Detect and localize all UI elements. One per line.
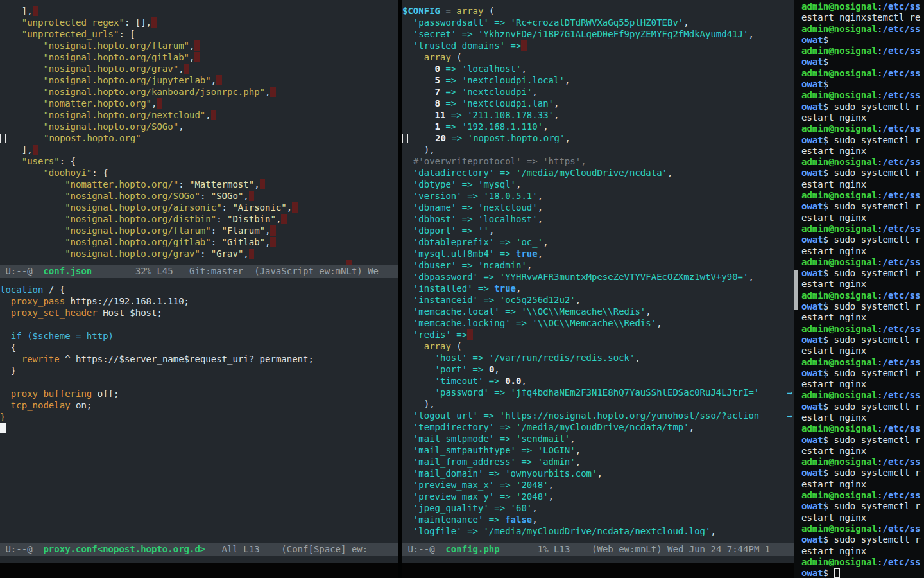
code-line: if ($scheme = http) [0,330,398,342]
code-token: "nosignal.hopto.org/jupyterlab" [0,75,211,85]
code-token: , [565,75,570,85]
code-token: $ sudo systemctl r [823,168,921,178]
prompt-path: owat [801,435,823,445]
editor-window-conf-json[interactable]: ], "unprotected_regex": [], "unprotected… [0,0,398,270]
code-token: : [ [119,29,135,39]
code-token: "Gitlab" [222,237,265,247]
code-token: , [178,121,184,132]
code-token: , [710,526,715,536]
code-line: "doohoyi": { [0,167,398,179]
code-token: , [178,64,184,74]
code-line: 'preview_max_x' => '2048', [402,479,794,491]
code-token: , [576,457,581,467]
code-token [402,514,413,525]
code-line: "nomatter.hopto.org/": "Mattermost", [0,179,398,190]
trailing-whitespace-marker [292,202,297,213]
code-line: owat$ sudo systemctl r [801,234,924,245]
code-token [402,121,435,132]
editor-window-proxy-conf[interactable]: location / { proxy_pass https://192.168.… [0,278,398,548]
prompt-path: /etc/ss [882,557,920,567]
code-line: ], [0,5,398,17]
trailing-whitespace-marker [151,17,157,28]
code-token: : [211,237,222,247]
code-token: 'dbport' => '' [413,225,489,236]
code-line: "nosignal.hopto.org/kanboard/jsonrpc.php… [0,86,398,98]
code-token: , [287,202,292,213]
code-token: , [667,168,672,178]
cursor-hollow [0,134,6,143]
trailing-whitespace-marker [260,179,265,189]
code-token [402,272,413,282]
code-line: 20 => 'nopost.hopto.org', [402,132,794,144]
prompt-path: /etc/ss [882,390,920,400]
prompt-path: owat [801,201,823,211]
code-line: estart nginx [801,412,924,423]
code-token: $ sudo systemctl r [823,301,921,311]
code-token: ], [0,6,33,16]
code-line: estart nginxstemctl re [801,12,924,23]
code-line: "nosignal.hopto.org/grav", [0,63,398,74]
code-token: ], [0,144,33,155]
code-line [0,376,398,388]
terminal-pane[interactable]: admin@nosignal:/etc/ssestart nginxstemct… [794,0,924,578]
prompt-path: /etc/ss [882,46,920,56]
code-token: , [689,422,694,432]
code-token [402,237,413,247]
prompt-user-host: admin@nosignal [801,290,877,301]
code-token: 'version' => '18.0.5.1' [413,191,538,201]
code-line: 'instanceid' => 'oc5q256d12u2', [402,294,794,306]
code-line: 11 => '211.108.178.33', [402,109,794,121]
code-token: on; [71,400,92,410]
code-line: #'overwriteprotocol' => 'https', [402,155,794,167]
code-token [402,225,413,236]
code-token [402,306,413,317]
code-token: $ sudo systemctl r [823,501,921,511]
code-token: estart nginx [801,213,866,223]
code-token: $ sudo systemctl r [823,368,921,378]
code-line: } [0,411,398,423]
emacs-pane-middle[interactable]: $CONFIG = array ( 'passwordsalt' => 'Rc+… [402,0,794,578]
code-token: / { [43,285,65,295]
code-token: , [494,364,499,374]
code-token: estart nginx [801,346,866,356]
editor-window-config-php[interactable]: $CONFIG = array ( 'passwordsalt' => 'Rc+… [402,0,794,548]
prompt-user-host: admin@nosignal [801,423,877,434]
code-token: : [222,202,233,213]
code-token: , [205,110,210,120]
code-token [402,329,413,340]
code-line: { [0,342,398,353]
code-line: 'host' => '/var/run/redis/redis.sock', [402,352,794,363]
code-token: "nopost.hopto.org" [6,133,141,143]
code-line: 1 => '192.168.1.110', [402,121,794,132]
code-token: 'host' => '/var/run/redis/redis.sock' [435,353,635,363]
code-token: if ($scheme = http) [0,331,114,341]
code-token [402,29,413,39]
code-line: 'dbuser' => 'ncadmin', [402,259,794,271]
code-line: 'mysql.utf8mb4' => true, [402,248,794,259]
code-token: #'overwriteprotocol' => 'https', [402,156,586,166]
code-token: "nosignal.hopto.org/gitlab" [0,237,211,247]
code-line: 'memcache.locking' => '\\OC\\Memcache\\R… [402,317,794,329]
code-token: 'port' => [435,364,489,374]
code-token: 'dbname' => 'nextcloud' [413,202,538,213]
scrollbar-thumb[interactable] [794,270,798,310]
code-token: , [532,503,537,513]
emacs-pane-left[interactable]: ], "unprotected_regex": [], "unprotected… [0,0,398,578]
code-token: true [516,249,538,259]
code-token: , [243,191,248,201]
code-token: estart nginx [801,546,866,556]
code-line: owat$ sudo systemctl r [801,368,924,379]
prompt-user-host: admin@nosignal [801,223,877,234]
code-line: "nosignal.hopto.org/grav": "Grav", [0,248,398,259]
code-token: "nomatter.hopto.org" [0,98,151,109]
code-token: , [554,110,559,120]
code-line: admin@nosignal:/etc/ss [801,90,924,101]
trailing-whitespace-marker [281,214,286,224]
trailing-whitespace-marker [184,64,189,74]
code-token: $ sudo systemctl r [823,234,921,245]
code-token: , [656,318,662,328]
code-token: : [178,179,189,189]
code-token: => 'localhost' [440,64,521,74]
code-line [0,319,398,330]
code-line: 'mail_smtpauthtype' => 'LOGIN', [402,444,794,456]
